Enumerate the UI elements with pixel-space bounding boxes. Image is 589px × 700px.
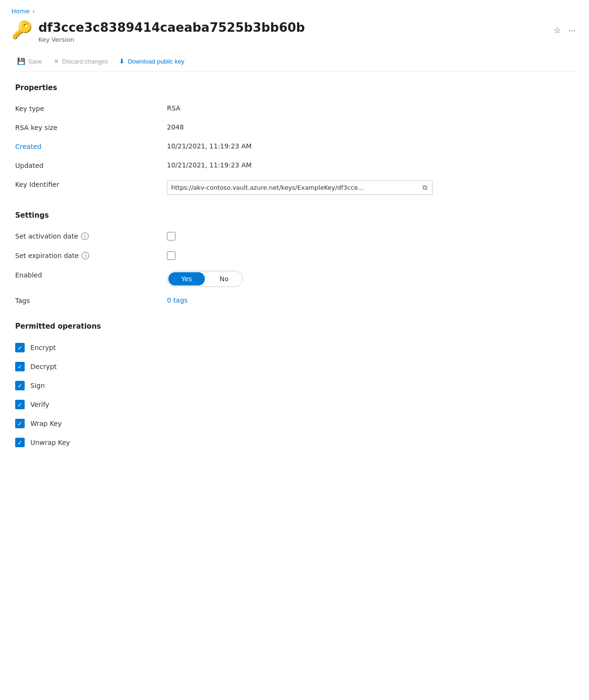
operation-row: Verify xyxy=(15,395,574,414)
operation-label: Decrypt xyxy=(30,363,57,370)
copy-key-id-button[interactable]: ⧉ xyxy=(422,183,428,193)
breadcrumb: Home › xyxy=(11,8,578,15)
properties-section-title: Properties xyxy=(15,83,574,92)
rsa-key-size-label: RSA key size xyxy=(15,123,167,131)
header-text: df3cce3c8389414caeaba7525b3bb60b Key Ver… xyxy=(38,20,546,43)
key-type-value: RSA xyxy=(167,104,574,112)
updated-value: 10/21/2021, 11:19:23 AM xyxy=(167,161,574,169)
operation-checkbox-unwrap-key[interactable] xyxy=(15,438,25,447)
permitted-operations-title: Permitted operations xyxy=(15,322,574,331)
operation-row: Wrap Key xyxy=(15,414,574,433)
operation-checkbox-decrypt[interactable] xyxy=(15,362,25,371)
download-icon: ⬇ xyxy=(119,57,125,65)
tags-link[interactable]: 0 tags xyxy=(167,296,188,304)
enabled-row: Enabled Yes No xyxy=(15,266,574,292)
operation-label: Verify xyxy=(30,401,49,408)
settings-section: Settings Set activation date i Set expir… xyxy=(15,211,574,311)
expiration-date-checkbox-container xyxy=(167,251,574,261)
more-options-button[interactable]: ··· xyxy=(567,24,578,37)
rsa-key-size-value: 2048 xyxy=(167,123,574,131)
discard-icon: ✕ xyxy=(54,57,59,65)
tags-value: 0 tags xyxy=(167,296,574,304)
copy-icon: ⧉ xyxy=(423,184,427,191)
operation-label: Sign xyxy=(30,382,45,389)
settings-section-title: Settings xyxy=(15,211,574,220)
pin-icon: ☆ xyxy=(553,25,561,36)
rsa-key-size-row: RSA key size 2048 xyxy=(15,119,574,138)
breadcrumb-separator: › xyxy=(32,8,35,15)
operation-checkbox-encrypt[interactable] xyxy=(15,343,25,352)
operation-label: Encrypt xyxy=(30,344,56,351)
enabled-toggle-container: Yes No xyxy=(167,271,574,287)
toggle-no[interactable]: No xyxy=(206,272,242,286)
enabled-label: Enabled xyxy=(15,271,167,279)
page-header: 🔑 df3cce3c8389414caeaba7525b3bb60b Key V… xyxy=(11,20,578,43)
operation-row: Decrypt xyxy=(15,357,574,376)
created-row: Created 10/21/2021, 11:19:23 AM xyxy=(15,138,574,157)
key-type-label: Key type xyxy=(15,104,167,112)
discard-label: Discard changes xyxy=(62,58,108,65)
expiration-date-info-icon[interactable]: i xyxy=(82,252,89,259)
expiration-date-label: Set expiration date i xyxy=(15,251,167,259)
page-title: df3cce3c8389414caeaba7525b3bb60b xyxy=(38,20,546,35)
discard-changes-button[interactable]: ✕ Discard changes xyxy=(48,55,114,68)
activation-date-info-icon[interactable]: i xyxy=(81,232,89,240)
operation-row: Unwrap Key xyxy=(15,433,574,452)
expiration-date-checkbox[interactable] xyxy=(167,251,175,260)
tags-label: Tags xyxy=(15,296,167,304)
enabled-toggle[interactable]: Yes No xyxy=(167,271,243,287)
created-value: 10/21/2021, 11:19:23 AM xyxy=(167,142,574,150)
created-label: Created xyxy=(15,142,167,150)
toggle-yes[interactable]: Yes xyxy=(168,272,205,286)
operation-checkbox-verify[interactable] xyxy=(15,400,25,409)
updated-label: Updated xyxy=(15,161,167,169)
operation-label: Wrap Key xyxy=(30,420,62,427)
operation-checkbox-sign[interactable] xyxy=(15,381,25,390)
activation-date-checkbox-container xyxy=(167,232,574,242)
download-label: Download public key xyxy=(128,58,184,65)
properties-section: Properties Key type RSA RSA key size 204… xyxy=(15,83,574,200)
key-identifier-row: Key Identifier https://akv-contoso.vault… xyxy=(15,175,574,200)
operations-list: Encrypt Decrypt Sign Verify Wrap Key Unw… xyxy=(15,338,574,452)
download-public-key-button[interactable]: ⬇ Download public key xyxy=(113,55,190,68)
content-area: Properties Key type RSA RSA key size 204… xyxy=(11,83,578,452)
operation-row: Sign xyxy=(15,376,574,395)
operation-label: Unwrap Key xyxy=(30,439,70,446)
expiration-date-row: Set expiration date i xyxy=(15,247,574,266)
key-identifier-label: Key Identifier xyxy=(15,180,167,188)
activation-date-label: Set activation date i xyxy=(15,232,167,240)
header-actions: ☆ ··· xyxy=(552,23,578,37)
save-button[interactable]: 💾 Save xyxy=(11,55,48,68)
save-icon: 💾 xyxy=(17,57,25,65)
page-subtitle: Key Version xyxy=(38,36,546,43)
save-label: Save xyxy=(28,58,42,65)
more-icon: ··· xyxy=(569,26,576,36)
permitted-operations-section: Permitted operations Encrypt Decrypt Sig… xyxy=(15,322,574,452)
operation-row: Encrypt xyxy=(15,338,574,357)
breadcrumb-home-link[interactable]: Home xyxy=(11,8,29,15)
pin-button[interactable]: ☆ xyxy=(552,23,563,37)
tags-row: Tags 0 tags xyxy=(15,292,574,311)
operation-checkbox-wrap-key[interactable] xyxy=(15,419,25,428)
key-id-text: https://akv-contoso.vault.azure.net/keys… xyxy=(171,184,418,191)
activation-date-row: Set activation date i xyxy=(15,227,574,247)
key-identifier-value: https://akv-contoso.vault.azure.net/keys… xyxy=(167,180,574,195)
key-type-row: Key type RSA xyxy=(15,100,574,119)
key-id-box: https://akv-contoso.vault.azure.net/keys… xyxy=(167,180,433,195)
activation-date-checkbox[interactable] xyxy=(167,232,175,240)
key-icon: 🔑 xyxy=(11,21,33,38)
updated-row: Updated 10/21/2021, 11:19:23 AM xyxy=(15,157,574,175)
toolbar: 💾 Save ✕ Discard changes ⬇ Download publ… xyxy=(11,51,578,72)
